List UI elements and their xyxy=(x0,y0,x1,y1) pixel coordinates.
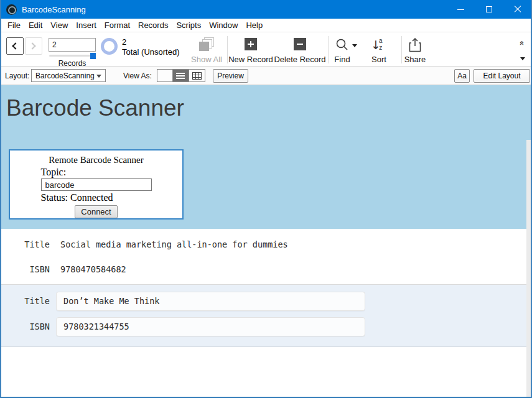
connection-status: Status: Connected xyxy=(41,192,152,203)
find-dropdown-icon[interactable] xyxy=(352,44,357,47)
barcode-web-viewer: Remote Barcode Scanner Topic: Status: Co… xyxy=(9,149,184,220)
share-button[interactable]: Share xyxy=(399,32,431,67)
layout-dropdown-value: BarcodeScanning xyxy=(35,72,95,80)
menu-records[interactable]: Records xyxy=(137,19,169,31)
menu-view[interactable]: View xyxy=(49,19,69,31)
record-row-2-active[interactable]: Title Don’t Make Me Think ISBN 978032134… xyxy=(1,285,531,347)
search-icon xyxy=(335,38,349,52)
close-button[interactable] xyxy=(503,0,532,19)
layout-label: Layout: xyxy=(5,72,29,80)
table-view-icon xyxy=(192,72,202,80)
isbn-field-label: ISBN xyxy=(1,264,50,274)
previous-record-button[interactable] xyxy=(6,37,24,55)
show-all-icon xyxy=(199,37,214,51)
list-view-button[interactable] xyxy=(173,69,189,82)
formatting-bar-button[interactable]: Aa xyxy=(454,69,470,83)
layout-bar: Layout: BarcodeScanning View As: Preview… xyxy=(1,67,531,85)
minus-icon xyxy=(294,38,306,50)
view-as-segmented-control xyxy=(157,69,205,82)
filemaker-window: BarcodeScanning File Edit View Insert Fo… xyxy=(0,0,532,398)
close-icon xyxy=(514,6,521,13)
edit-layout-button[interactable]: Edit Layout xyxy=(474,69,530,83)
window-title: BarcodeScanning xyxy=(22,5,86,14)
share-icon xyxy=(409,37,421,52)
found-count: 2 xyxy=(122,37,126,47)
menu-edit[interactable]: Edit xyxy=(27,19,44,31)
delete-record-button[interactable]: Delete Record xyxy=(272,32,328,67)
isbn-field-label: ISBN xyxy=(1,317,50,336)
page-title: Barcode Scanner xyxy=(6,95,184,121)
layout-body: Barcode Scanner Remote Barcode Scanner T… xyxy=(1,85,531,397)
menu-format[interactable]: Format xyxy=(103,19,131,31)
toolbar-options-icon[interactable] xyxy=(520,57,525,60)
preview-button[interactable]: Preview xyxy=(213,69,248,83)
maximize-icon xyxy=(486,6,492,12)
found-label: Total (Unsorted) xyxy=(122,47,179,57)
collapse-toolbar-icon[interactable]: » xyxy=(517,37,526,45)
isbn-field-value[interactable]: 9780321344755 xyxy=(56,317,365,336)
isbn-field-value[interactable]: 9780470584682 xyxy=(60,264,126,274)
menu-bar: File Edit View Insert Format Records Scr… xyxy=(1,19,531,32)
title-field-value[interactable]: Don’t Make Me Think xyxy=(56,292,365,311)
show-all-button[interactable]: Show All xyxy=(185,32,228,67)
record-slider-thumb[interactable] xyxy=(90,53,96,59)
plus-icon xyxy=(245,38,257,50)
minimize-icon xyxy=(457,9,464,10)
next-record-button[interactable] xyxy=(25,37,42,55)
record-slider[interactable] xyxy=(49,55,96,57)
status-toolbar: Records 2 Total (Unsorted) Show All New … xyxy=(1,32,531,67)
sort-az-icon: ↓ az xyxy=(371,37,387,52)
menu-window[interactable]: Window xyxy=(208,19,239,31)
records-list: Title Social media marketing all-in-one … xyxy=(1,229,531,397)
toolbar-separator xyxy=(328,36,329,63)
chevron-down-icon xyxy=(96,75,101,78)
window-controls xyxy=(446,0,532,19)
chevron-left-icon xyxy=(12,42,19,49)
menu-insert[interactable]: Insert xyxy=(75,19,98,31)
connect-button[interactable]: Connect xyxy=(75,205,117,218)
found-set-pie-icon[interactable] xyxy=(101,38,118,55)
title-field-label: Title xyxy=(1,239,50,249)
app-icon xyxy=(6,4,17,15)
web-viewer-heading: Remote Barcode Scanner xyxy=(10,155,182,165)
menu-file[interactable]: File xyxy=(6,19,22,31)
form-view-button[interactable] xyxy=(157,69,173,82)
topic-label: Topic: xyxy=(41,167,152,178)
topic-input[interactable] xyxy=(41,178,152,191)
vertical-scrollbar[interactable] xyxy=(526,140,531,397)
list-view-icon xyxy=(176,73,185,80)
title-field-label: Title xyxy=(1,292,50,311)
find-button[interactable]: Find xyxy=(330,32,355,67)
menu-scripts[interactable]: Scripts xyxy=(175,19,202,31)
record-row-1[interactable]: Title Social media marketing all-in-one … xyxy=(1,229,531,285)
new-record-button[interactable]: New Record xyxy=(226,32,276,67)
view-as-label: View As: xyxy=(123,72,152,80)
sort-button[interactable]: ↓ az Sort xyxy=(366,32,391,67)
minimize-button[interactable] xyxy=(446,0,475,19)
layout-dropdown[interactable]: BarcodeScanning xyxy=(31,69,106,82)
table-view-button[interactable] xyxy=(189,69,205,82)
title-field-value[interactable]: Social media marketing all-in-one for du… xyxy=(60,239,288,249)
current-record-input[interactable] xyxy=(49,38,96,52)
titlebar: BarcodeScanning xyxy=(0,0,532,19)
chevron-right-icon xyxy=(29,42,35,49)
maximize-button[interactable] xyxy=(475,0,503,19)
menu-help[interactable]: Help xyxy=(245,19,264,31)
